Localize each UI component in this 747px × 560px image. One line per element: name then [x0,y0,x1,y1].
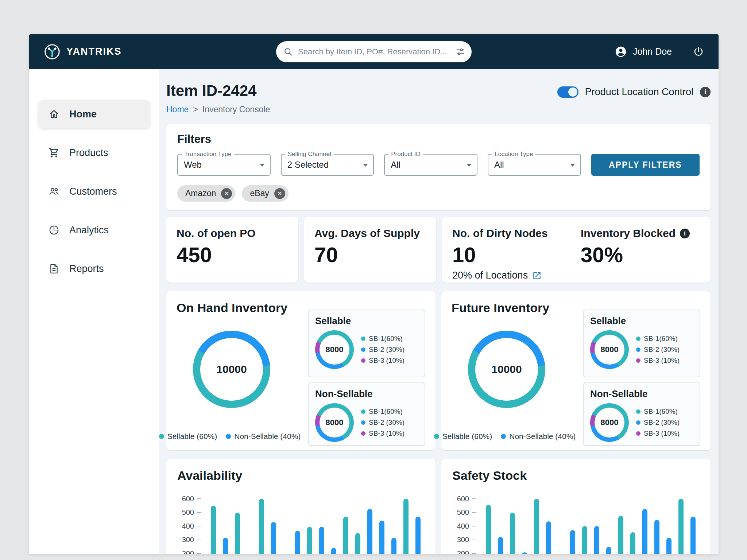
sidebar-item-reports[interactable]: Reports [39,255,150,283]
chip-ebay[interactable]: eBay ✕ [242,185,288,202]
search-input[interactable] [298,47,450,57]
chip-label: eBay [250,188,269,198]
donut-total: 8000 [320,335,349,365]
legend-item: Sellable (60%) [434,432,492,441]
sidebar-item-label: Home [69,109,97,120]
document-icon [48,263,60,275]
sidebar-item-products[interactable]: Products [39,139,150,167]
select-label: Product ID [388,151,423,158]
donut-legend: Sellable (60%) Non-Sellable (40%) [166,432,293,441]
sidebar-item-label: Reports [69,263,104,275]
sub-panel-title: Sellable [315,315,418,327]
y-axis-tick: 600 [452,495,476,503]
y-axis-tick: 200 [452,549,476,554]
availability-panel: Availability 600500400300200 [166,459,436,554]
selling-channel-select[interactable]: Selling Channel 2 Selected [281,154,374,176]
remove-chip-icon[interactable]: ✕ [274,188,285,199]
transaction-type-select[interactable]: Transaction Type Web [177,154,271,176]
donut-total: 8000 [595,335,624,365]
pie-chart-icon [48,224,60,236]
yantriks-logo-icon [44,43,61,60]
kpi-label: Avg. Days of Supply [314,227,426,240]
bar [486,505,491,554]
donut-ring: 10000 [468,331,545,408]
on-hand-donut-chart: 10000 [193,331,270,408]
y-axis-tick: 500 [452,509,476,517]
sub-panel-title: Non-Sellable [315,388,418,400]
brand: YANTRIKS [44,43,122,60]
apply-filters-button[interactable]: APPLY FILTERS [591,154,700,176]
legend-dot [636,431,640,436]
cart-icon [48,147,60,159]
bar [522,552,527,554]
bar [534,499,539,554]
info-icon[interactable]: i [700,87,711,97]
sidebar-item-analytics[interactable]: Analytics [39,216,150,244]
bar [319,527,324,554]
open-in-new-icon [532,271,542,280]
filters-panel: Filters Transaction Type Web Selling Cha… [166,124,711,210]
dirty-nodes-card: No. of Dirty Nodes 10 20% of Locations [442,217,711,283]
kpi-value: 70 [314,242,426,267]
sellable-sub-panel: Sellable 8000 SB-1(60%) SB-2 (30%) SB-3 … [308,310,425,377]
select-label: Location Type [492,151,536,158]
app-window: YANTRIKS John Doe [29,34,719,554]
sellable-donut-chart: 8000 [590,330,629,369]
bar [223,538,228,554]
sub-legend: SB-1(60%) SB-2 (30%) SB-3 (10%) [636,408,680,438]
legend-label: SB-1(60%) [369,335,403,343]
bar [259,499,264,554]
donut-total: 10000 [475,338,538,401]
open-po-card: No. of open PO 450 [166,217,298,283]
remove-chip-icon[interactable]: ✕ [221,188,232,199]
legend-label: Non-Sellable (40%) [509,432,576,441]
bar [379,521,384,554]
breadcrumb-home-link[interactable]: Home [166,105,189,114]
donut-legend: Sellable (60%) Non-Sellable (40%) [441,432,568,441]
y-axis-tick: 400 [452,522,476,530]
locations-link[interactable]: 20% of Locations [452,270,581,281]
legend-label: SB-3 (10%) [644,429,680,438]
search-bar[interactable] [276,41,472,62]
search-filter-tune-icon[interactable] [456,47,465,57]
product-location-control: Product Location Control i [557,86,711,98]
legend-item: Non-Sellable (40%) [226,432,301,441]
sidebar: Home Products [29,69,159,554]
sidebar-item-home[interactable]: Home [39,100,150,128]
bar [415,517,421,554]
bar [606,547,611,554]
sidebar-item-customers[interactable]: Customers [39,178,150,205]
legend-label: Sellable (60%) [167,432,217,441]
power-logout-icon[interactable] [693,46,704,57]
legend-label: SB-2 (30%) [369,346,405,354]
non-sellable-sub-panel: Non-Sellable 8000 SB-1(60%) SB-2 (30%) S… [583,382,700,446]
bar [690,517,696,554]
inventory-blocked-block: Inventory Blocked i 30% [581,227,690,272]
bar [211,506,216,554]
bar [618,516,623,554]
info-icon[interactable]: i [680,229,690,238]
bar [510,513,515,554]
y-axis-tick: 400 [177,522,201,530]
bar [582,526,587,554]
product-id-select[interactable]: Product ID All [384,154,477,176]
kpi-value: 30% [581,242,690,267]
chevron-down-icon [570,164,575,167]
filters-title: Filters [177,133,700,146]
bar [642,509,647,554]
legend-label: SB-2 (30%) [369,419,405,427]
toggle-label: Product Location Control [585,86,693,98]
kpi-row: No. of open PO 450 Avg. Days of Supply 7… [166,217,711,283]
legend-dot [636,347,640,352]
location-type-select[interactable]: Location Type All [488,154,581,176]
y-axis-tick: 200 [177,549,201,554]
chip-amazon[interactable]: Amazon ✕ [177,185,235,202]
legend-dot [361,347,365,352]
bar [235,513,240,554]
panel-title: Availability [177,468,425,483]
chevron-down-icon [467,164,472,167]
product-location-toggle[interactable] [557,86,578,98]
non-sellable-sub-panel: Non-Sellable 8000 SB-1(60%) SB-2 (30%) S… [308,382,425,446]
account-avatar-icon[interactable] [615,46,627,58]
select-value: All [494,160,504,170]
